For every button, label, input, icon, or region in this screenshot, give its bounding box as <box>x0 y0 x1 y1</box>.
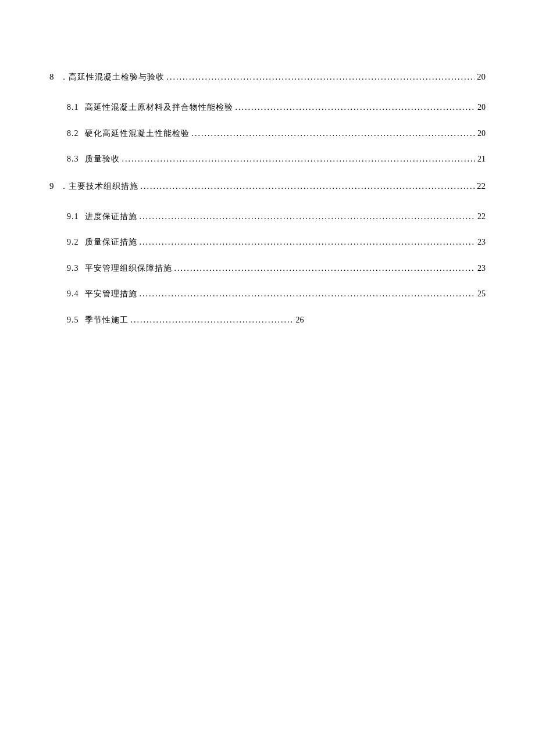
toc-section-9: 9 ．主要技术组织措施 22 9.1 进度保证措施 22 9.2 质量保证措施 … <box>49 179 486 327</box>
toc-leader <box>192 127 476 140</box>
toc-page: 25 <box>477 288 486 300</box>
toc-title: 季节性施工 <box>85 314 129 327</box>
toc-page: 20 <box>477 127 486 140</box>
toc-section-8: 8 ．高延性混凝土检验与验收 20 8.1 高延性混凝土原材料及拌合物性能检验 … <box>49 70 486 166</box>
toc-page: 26 <box>296 314 304 327</box>
toc-leader <box>140 210 476 223</box>
toc-page: 20 <box>477 70 486 84</box>
toc-entry: 8.1 高延性混凝土原材料及拌合物性能检验 20 <box>49 101 486 114</box>
toc-number: 8.1 <box>67 101 79 114</box>
toc-page: 21 <box>477 153 486 166</box>
toc-number: 9.4 <box>67 288 79 300</box>
toc-entry: 9.3 平安管理组织保障措施 23 <box>49 262 486 275</box>
toc-page: 23 <box>477 262 486 275</box>
toc-leader <box>140 236 476 249</box>
toc-title: 质量保证措施 <box>85 236 137 249</box>
toc-title: 平安管理措施 <box>85 288 137 300</box>
toc-title: 硬化高延性混凝土性能检验 <box>85 127 190 140</box>
toc-entry: 8.3 质量验收 21 <box>49 153 486 166</box>
toc-leader <box>131 314 294 327</box>
toc-entry: 8.2 硬化高延性混凝土性能检验 20 <box>49 127 486 140</box>
toc-entry: 9.2 质量保证措施 23 <box>49 236 486 249</box>
toc-title: 进度保证措施 <box>85 210 137 223</box>
toc-number: 9.3 <box>67 262 79 275</box>
toc-number: 9.2 <box>67 236 79 249</box>
toc-entry: 8 ．高延性混凝土检验与验收 20 <box>49 70 486 84</box>
toc-leader <box>174 262 476 275</box>
toc-title: ．高延性混凝土检验与验收 <box>60 71 165 84</box>
toc-leader <box>167 71 475 84</box>
toc-title: 高延性混凝土原材料及拌合物性能检验 <box>85 101 233 114</box>
toc-number: 9 <box>49 179 54 193</box>
toc-entry: 9.1 进度保证措施 22 <box>49 210 486 223</box>
toc-title: 质量验收 <box>85 153 120 166</box>
toc-entry: 9 ．主要技术组织措施 22 <box>49 179 486 193</box>
toc-container: 8 ．高延性混凝土检验与验收 20 8.1 高延性混凝土原材料及拌合物性能检验 … <box>49 70 486 327</box>
toc-page: 22 <box>477 179 486 193</box>
toc-leader <box>236 101 476 114</box>
toc-entry: 9.5 季节性施工 26 <box>49 314 486 327</box>
toc-number: 8.3 <box>67 153 79 166</box>
toc-title: 平安管理组织保障措施 <box>85 262 172 275</box>
toc-leader <box>140 288 476 300</box>
toc-leader <box>122 153 476 166</box>
toc-number: 9.1 <box>67 210 79 223</box>
toc-number: 8 <box>49 70 54 84</box>
toc-title: ．主要技术组织措施 <box>60 180 138 193</box>
toc-page: 22 <box>477 210 486 223</box>
toc-entry: 9.4 平安管理措施 25 <box>49 288 486 300</box>
toc-number: 9.5 <box>67 314 79 327</box>
toc-page: 23 <box>477 236 486 249</box>
toc-leader <box>141 180 475 193</box>
toc-page: 20 <box>477 101 486 114</box>
toc-number: 8.2 <box>67 127 79 140</box>
